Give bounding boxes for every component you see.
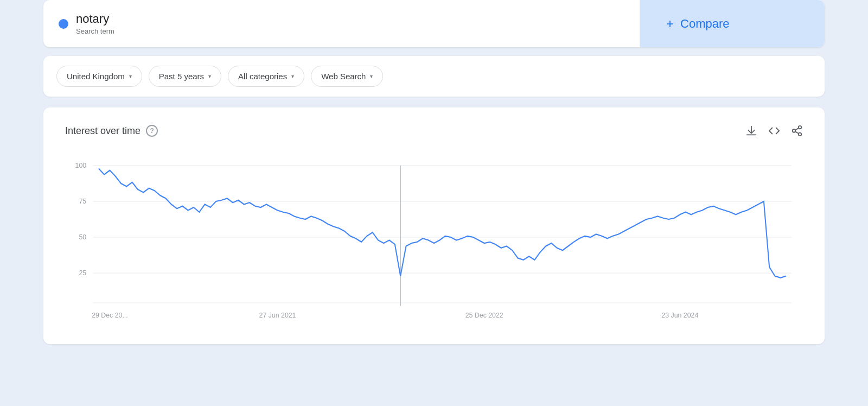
region-filter-button[interactable]: United Kingdom ▾ xyxy=(56,66,142,87)
category-filter-button[interactable]: All categories ▾ xyxy=(228,66,304,87)
chart-line xyxy=(99,169,786,278)
search-type-filter-label: Web Search xyxy=(321,72,366,81)
chart-actions xyxy=(745,125,803,137)
compare-plus-icon: + xyxy=(666,16,674,31)
y-label-25: 25 xyxy=(79,269,86,277)
search-term-name: notary xyxy=(76,12,114,26)
share-button[interactable] xyxy=(791,125,803,137)
page-wrapper: notary Search term + Compare United King… xyxy=(0,0,868,344)
chart-title-row: Interest over time ? xyxy=(65,125,158,137)
chart-title: Interest over time xyxy=(65,125,141,137)
search-term-label: Search term xyxy=(76,27,114,35)
svg-line-4 xyxy=(795,128,799,130)
compare-label: Compare xyxy=(680,17,729,31)
category-filter-label: All categories xyxy=(238,72,287,81)
y-label-75: 75 xyxy=(79,197,86,205)
y-label-100: 100 xyxy=(75,161,87,169)
time-filter-button[interactable]: Past 5 years ▾ xyxy=(149,66,221,87)
x-label-4: 23 Jun 2024 xyxy=(661,312,698,320)
search-term-main: notary Search term xyxy=(43,0,640,47)
region-chevron-icon: ▾ xyxy=(129,73,132,79)
time-chevron-icon: ▾ xyxy=(208,73,211,79)
help-icon[interactable]: ? xyxy=(146,125,158,137)
embed-button[interactable] xyxy=(768,125,780,137)
time-filter-label: Past 5 years xyxy=(159,72,204,81)
filter-bar: United Kingdom ▾ Past 5 years ▾ All cate… xyxy=(43,56,825,97)
region-filter-label: United Kingdom xyxy=(67,72,125,81)
x-label-3: 25 Dec 2022 xyxy=(465,312,503,320)
search-type-chevron-icon: ▾ xyxy=(370,73,373,79)
category-chevron-icon: ▾ xyxy=(291,73,294,79)
chart-card: Interest over time ? xyxy=(43,107,825,344)
search-term-card: notary Search term + Compare xyxy=(43,0,825,47)
download-icon xyxy=(745,125,757,137)
svg-line-3 xyxy=(795,132,799,134)
search-term-text: notary Search term xyxy=(76,12,114,35)
embed-icon xyxy=(768,125,780,137)
download-button[interactable] xyxy=(745,125,757,137)
chart-header: Interest over time ? xyxy=(65,125,803,137)
share-icon xyxy=(791,125,803,137)
x-label-2: 27 Jun 2021 xyxy=(259,312,296,320)
y-label-50: 50 xyxy=(79,233,86,241)
x-label-1: 29 Dec 20... xyxy=(92,312,128,320)
search-type-filter-button[interactable]: Web Search ▾ xyxy=(311,66,383,87)
blue-dot-indicator xyxy=(59,19,68,29)
chart-svg: 100 75 50 25 29 Dec 20... 27 Jun 2021 25… xyxy=(65,148,803,327)
chart-area: 100 75 50 25 29 Dec 20... 27 Jun 2021 25… xyxy=(65,148,803,327)
compare-section[interactable]: + Compare xyxy=(640,0,825,47)
